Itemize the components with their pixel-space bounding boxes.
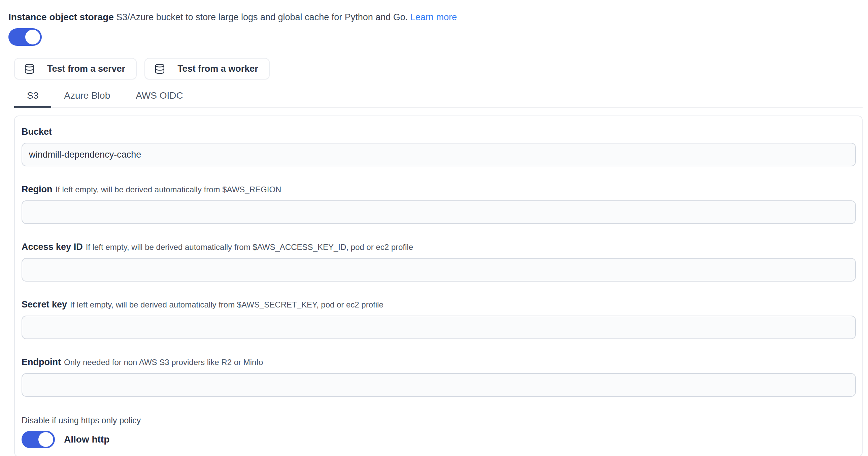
allow-http-label: Allow http (64, 434, 110, 445)
allow-http-note: Disable if using https only policy (22, 416, 856, 425)
bucket-label: Bucket (22, 127, 52, 137)
secret-key-input[interactable] (22, 315, 856, 339)
storage-config-section: Test from a server Test from a worker S3… (14, 58, 863, 456)
test-from-worker-label: Test from a worker (178, 64, 258, 74)
endpoint-input[interactable] (22, 373, 856, 397)
page-title: Instance object storage (8, 12, 114, 22)
endpoint-hint: Only needed for non AWS S3 providers lik… (64, 358, 263, 367)
s3-settings-card: Bucket RegionIf left empty, will be deri… (14, 116, 863, 456)
toggle-knob (38, 432, 53, 447)
test-from-server-button[interactable]: Test from a server (14, 58, 137, 80)
secret-key-hint: If left empty, will be derived automatic… (70, 300, 383, 309)
database-icon (154, 63, 165, 75)
tab-s3[interactable]: S3 (14, 88, 51, 108)
allow-http-row: Allow http (22, 431, 856, 448)
access-key-id-hint: If left empty, will be derived automatic… (86, 242, 413, 251)
region-hint: If left empty, will be derived automatic… (56, 185, 281, 194)
field-endpoint: EndpointOnly needed for non AWS S3 provi… (22, 357, 856, 397)
page-description: S3/Azure bucket to store large logs and … (116, 12, 408, 22)
database-icon (24, 63, 35, 75)
instance-object-storage-settings: Instance object storage S3/Azure bucket … (0, 0, 868, 456)
field-region: RegionIf left empty, will be derived aut… (22, 184, 856, 224)
secret-key-label: Secret key (22, 299, 67, 309)
tab-azure-blob[interactable]: Azure Blob (51, 88, 123, 108)
region-input[interactable] (22, 201, 856, 224)
endpoint-label: Endpoint (22, 357, 61, 367)
region-label: Region (22, 184, 53, 194)
learn-more-link[interactable]: Learn more (410, 12, 457, 22)
bucket-input[interactable] (22, 143, 856, 166)
test-buttons-row: Test from a server Test from a worker (14, 58, 863, 80)
test-from-worker-button[interactable]: Test from a worker (145, 58, 270, 80)
toggle-knob (25, 30, 40, 44)
access-key-id-input[interactable] (22, 258, 856, 281)
section-header: Instance object storage S3/Azure bucket … (8, 11, 850, 23)
tab-aws-oidc[interactable]: AWS OIDC (123, 88, 196, 108)
field-bucket: Bucket (22, 126, 856, 166)
object-storage-toggle[interactable] (8, 28, 42, 46)
field-access-key-id: Access key IDIf left empty, will be deri… (22, 241, 856, 281)
storage-provider-tabs: S3 Azure Blob AWS OIDC (14, 88, 863, 108)
access-key-id-label: Access key ID (22, 242, 83, 252)
test-from-server-label: Test from a server (47, 64, 125, 74)
allow-http-toggle[interactable] (22, 431, 55, 448)
field-secret-key: Secret keyIf left empty, will be derived… (22, 299, 856, 339)
